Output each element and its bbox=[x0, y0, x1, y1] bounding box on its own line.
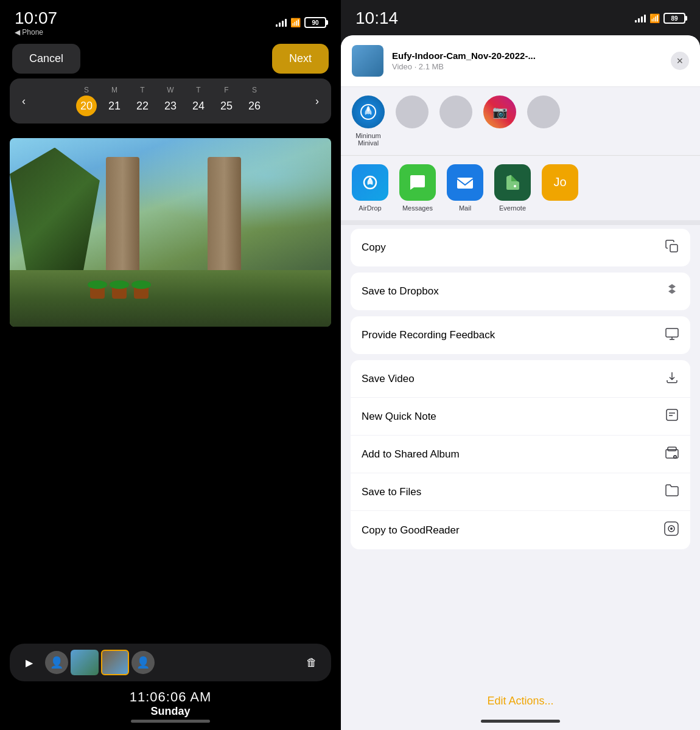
action-copy[interactable]: Copy bbox=[351, 229, 690, 266]
action-quick-note-label: New Quick Note bbox=[362, 411, 436, 423]
save-video-icon bbox=[665, 370, 679, 388]
action-feedback[interactable]: Provide Recording Feedback bbox=[351, 316, 690, 354]
right-panel: 10:14 📶 89 Eufy-Indoor-Cam_Nov-20-2022-.… bbox=[341, 0, 700, 730]
signal-icon bbox=[276, 18, 287, 27]
video-timestamp: 11:06:06 AM Sunday bbox=[130, 689, 212, 718]
action-copy-label: Copy bbox=[362, 242, 386, 254]
more-app-icon: Jo bbox=[542, 164, 578, 201]
svg-point-14 bbox=[670, 527, 673, 530]
action-dropbox-label: Save to Dropbox bbox=[362, 285, 439, 297]
right-wifi-icon: 📶 bbox=[649, 13, 660, 23]
mail-label: Mail bbox=[459, 204, 471, 212]
evernote-app-icon bbox=[494, 164, 531, 201]
next-button[interactable]: Next bbox=[272, 44, 329, 74]
app-item-more[interactable]: Jo bbox=[542, 164, 578, 212]
airdrop-label: AirDrop bbox=[359, 204, 381, 212]
file-header: Eufy-Indoor-Cam_Nov-20-2022-... Video · … bbox=[341, 35, 700, 87]
share-sheet: Eufy-Indoor-Cam_Nov-20-2022-... Video · … bbox=[341, 35, 700, 730]
action-dropbox[interactable]: Save to Dropbox bbox=[351, 273, 690, 310]
right-status-icons: 📶 89 bbox=[635, 13, 685, 24]
action-group-dropbox: Save to Dropbox bbox=[351, 273, 690, 310]
contact-avatar-0 bbox=[352, 96, 385, 128]
contact-item-1[interactable] bbox=[396, 96, 429, 147]
calendar-day-0[interactable]: S 20 bbox=[75, 86, 97, 116]
contact-item-3[interactable]: 📷 bbox=[483, 96, 516, 147]
dropbox-icon bbox=[665, 283, 679, 301]
thumbnail-avatar-2: 👤 bbox=[131, 651, 155, 674]
video-thumbnails: 👤 👤 bbox=[45, 648, 296, 676]
svg-rect-3 bbox=[457, 178, 473, 189]
action-add-shared-album[interactable]: Add to Shared Album bbox=[351, 436, 690, 473]
action-group-main: Save Video New Quick Note bbox=[351, 360, 690, 549]
action-save-files-label: Save to Files bbox=[362, 486, 421, 498]
play-button[interactable]: ▶ bbox=[19, 653, 39, 672]
left-time-display: 10:07 bbox=[15, 9, 57, 28]
airdrop-avatar-icon bbox=[352, 96, 385, 128]
delete-button[interactable]: 🗑 bbox=[302, 653, 321, 672]
contact-avatar-3: 📷 bbox=[483, 96, 516, 128]
action-new-quick-note[interactable]: New Quick Note bbox=[351, 398, 690, 436]
close-button[interactable]: ✕ bbox=[671, 52, 689, 70]
file-name: Eufy-Indoor-Cam_Nov-20-2022-... bbox=[392, 50, 623, 61]
action-goodreader-label: Copy to GoodReader bbox=[362, 524, 460, 537]
action-save-video-label: Save Video bbox=[362, 373, 415, 385]
playback-bar: ▶ 👤 👤 🗑 bbox=[10, 644, 331, 681]
app-item-airdrop[interactable]: AirDrop bbox=[352, 164, 388, 212]
video-time: 11:06:06 AM bbox=[130, 689, 212, 705]
contact-avatar-2 bbox=[439, 96, 472, 128]
contact-label-0: MininumMinival bbox=[355, 132, 381, 147]
home-indicator bbox=[131, 720, 210, 723]
left-status-bar: 10:07 ◀ Phone 📶 90 bbox=[0, 0, 341, 39]
quick-note-icon bbox=[665, 408, 679, 425]
apps-row: AirDrop Messages Mail bbox=[341, 156, 700, 225]
contact-avatar-1 bbox=[396, 96, 429, 128]
left-back-label: ◀ Phone bbox=[15, 28, 57, 36]
action-save-to-files[interactable]: Save to Files bbox=[351, 473, 690, 511]
save-files-icon bbox=[665, 483, 679, 501]
airdrop-app-icon bbox=[352, 164, 388, 201]
instagram-icon: 📷 bbox=[483, 96, 516, 128]
shared-album-icon bbox=[665, 445, 679, 463]
thumbnail-2[interactable] bbox=[71, 650, 99, 675]
messages-app-icon bbox=[399, 164, 436, 201]
svg-rect-10 bbox=[668, 447, 676, 451]
top-controls: Cancel Next bbox=[0, 39, 341, 78]
calendar-row: ‹ S 20 M 21 T 22 W 23 T 24 F bbox=[10, 78, 331, 123]
calendar-day-4[interactable]: T 24 bbox=[187, 86, 209, 116]
calendar-day-5[interactable]: F 25 bbox=[215, 86, 237, 116]
contact-item-0[interactable]: MininumMinival bbox=[352, 96, 385, 147]
contact-item-4[interactable] bbox=[527, 96, 560, 147]
feedback-icon bbox=[665, 327, 679, 344]
app-item-evernote[interactable]: Evernote bbox=[494, 164, 531, 212]
evernote-label: Evernote bbox=[499, 204, 526, 212]
goodreader-icon bbox=[663, 521, 679, 540]
thumbnail-3-active[interactable] bbox=[101, 650, 129, 675]
edit-actions-section: Edit Actions... bbox=[341, 686, 700, 720]
thumbnail-avatar-1: 👤 bbox=[45, 651, 68, 674]
contact-item-2[interactable] bbox=[439, 96, 472, 147]
app-item-messages[interactable]: Messages bbox=[399, 164, 436, 212]
right-status-bar: 10:14 📶 89 bbox=[341, 0, 700, 33]
messages-label: Messages bbox=[402, 204, 433, 212]
calendar-next-button[interactable]: › bbox=[309, 95, 325, 108]
mail-app-icon bbox=[447, 164, 483, 201]
contact-avatar-4 bbox=[527, 96, 560, 128]
action-copy-goodreader[interactable]: Copy to GoodReader bbox=[351, 511, 690, 549]
cancel-button[interactable]: Cancel bbox=[12, 44, 80, 74]
video-frame bbox=[10, 138, 331, 327]
action-group-feedback: Provide Recording Feedback bbox=[351, 316, 690, 354]
svg-rect-6 bbox=[670, 245, 677, 252]
right-time-display: 10:14 bbox=[355, 9, 398, 28]
calendar-prev-button[interactable]: ‹ bbox=[16, 95, 32, 108]
app-item-mail[interactable]: Mail bbox=[447, 164, 483, 212]
edit-actions-button[interactable]: Edit Actions... bbox=[487, 695, 553, 707]
calendar-day-2[interactable]: T 22 bbox=[131, 86, 153, 116]
file-thumbnail bbox=[352, 45, 383, 77]
video-background bbox=[10, 138, 331, 327]
right-home-indicator bbox=[481, 720, 560, 723]
calendar-day-6[interactable]: S 26 bbox=[243, 86, 265, 116]
action-save-video[interactable]: Save Video bbox=[351, 360, 690, 398]
wifi-icon: 📶 bbox=[290, 18, 301, 27]
calendar-day-3[interactable]: W 23 bbox=[159, 86, 181, 116]
calendar-day-1[interactable]: M 21 bbox=[103, 86, 125, 116]
